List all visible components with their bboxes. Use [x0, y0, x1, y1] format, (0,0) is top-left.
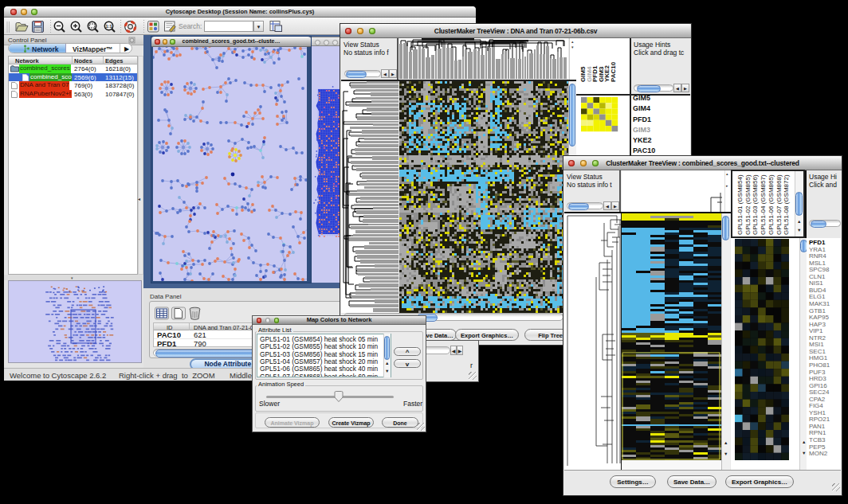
- svg-text:1:1: 1:1: [106, 24, 112, 29]
